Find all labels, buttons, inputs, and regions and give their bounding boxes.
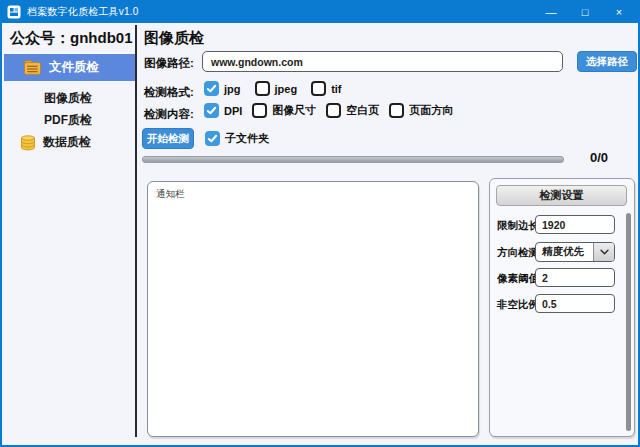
sidebar-item-label: 文件质检 — [49, 59, 99, 76]
checkbox-label: jpeg — [275, 83, 298, 95]
notice-textarea[interactable]: 通知栏 — [147, 181, 479, 437]
image-path-input[interactable] — [202, 51, 563, 72]
checkbox-label: 页面方向 — [409, 103, 453, 118]
checkbox-label: tif — [331, 83, 341, 95]
path-label: 图像路径: — [144, 56, 194, 71]
sidebar-item-label: 图像质检 — [44, 91, 92, 105]
checkbox-label: 空白页 — [346, 103, 379, 118]
checkbox-label: 图像尺寸 — [272, 103, 316, 118]
nonblank-ratio-input[interactable] — [535, 294, 615, 313]
close-button[interactable]: × — [602, 0, 636, 23]
orientation-select-value: 精度优先 — [536, 245, 593, 259]
max-side-input[interactable] — [535, 215, 615, 234]
checkbox-subfolder[interactable] — [205, 131, 220, 146]
settings-panel: 检测设置 限制边长: 方向检测: 精度优先 像素阈值: 非空比例: — [489, 178, 635, 437]
app-window: 档案数字化质检工具v1.0 — □ × 公众号：gnhdb01 文件质检 图像质… — [0, 0, 640, 447]
window-controls: — □ × — [534, 0, 636, 23]
format-label: 检测格式: — [144, 85, 194, 100]
sidebar-item-label: PDF质检 — [44, 113, 92, 127]
content-label: 检测内容: — [144, 107, 194, 122]
checkbox-image-size[interactable] — [252, 103, 267, 118]
checkbox-jpeg[interactable] — [255, 81, 270, 96]
orientation-select[interactable]: 精度优先 — [535, 242, 615, 262]
chevron-down-icon — [593, 243, 614, 261]
sidebar-item-pdf-qc[interactable]: PDF质检 — [44, 112, 92, 129]
checkbox-label: 子文件夹 — [225, 131, 269, 146]
app-icon — [7, 5, 21, 19]
pixel-threshold-input[interactable] — [535, 268, 615, 287]
checkbox-label: DPI — [224, 105, 242, 117]
checkbox-blank-page[interactable] — [326, 103, 341, 118]
notice-placeholder: 通知栏 — [156, 188, 185, 199]
sidebar-item-data-qc[interactable]: 数据质检 — [20, 134, 91, 151]
format-options: jpg jpeg tif — [204, 81, 342, 96]
checkbox-jpg[interactable] — [204, 81, 219, 96]
maximize-button[interactable]: □ — [568, 0, 602, 23]
choose-path-button[interactable]: 选择路径 — [577, 51, 637, 72]
progress-counter: 0/0 — [580, 150, 618, 165]
checkbox-tif[interactable] — [311, 81, 326, 96]
sidebar-item-image-qc[interactable]: 图像质检 — [44, 90, 92, 107]
progress-bar — [142, 156, 564, 163]
settings-scrollbar[interactable] — [626, 213, 631, 431]
start-check-button[interactable]: 开始检测 — [142, 128, 194, 149]
sidebar-item-label: 数据质检 — [43, 134, 91, 151]
page-title: 图像质检 — [144, 29, 204, 48]
folder-icon — [24, 60, 41, 75]
subfolder-option: 子文件夹 — [205, 131, 269, 146]
checkbox-label: jpg — [224, 83, 241, 95]
checkbox-page-orientation[interactable] — [389, 103, 404, 118]
minimize-button[interactable]: — — [534, 0, 568, 23]
window-title: 档案数字化质检工具v1.0 — [27, 5, 139, 19]
content-options: DPI 图像尺寸 空白页 页面方向 — [204, 103, 453, 118]
checkbox-dpi[interactable] — [204, 103, 219, 118]
sidebar-item-file-qc[interactable]: 文件质检 — [4, 54, 135, 81]
sidebar-divider — [135, 25, 137, 437]
title-bar[interactable]: 档案数字化质检工具v1.0 — □ × — [0, 0, 640, 23]
account-label: 公众号：gnhdb01 — [10, 29, 133, 48]
settings-button[interactable]: 检测设置 — [496, 185, 627, 206]
database-icon — [20, 135, 36, 151]
